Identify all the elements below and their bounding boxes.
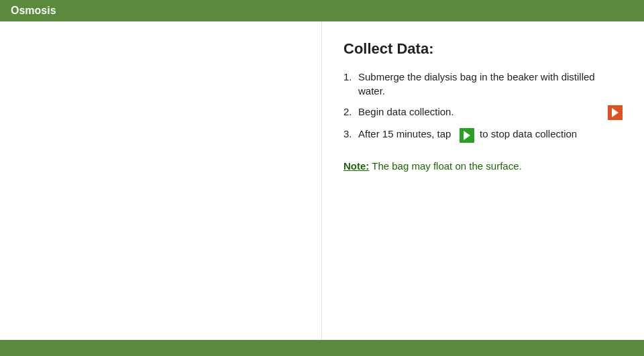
item-text: After 15 minutes, tap to stop data colle…: [358, 127, 623, 143]
item-number: 1.: [343, 70, 358, 84]
bottom-bar: [0, 340, 644, 356]
note-text: Note: The bag may float on the surface.: [343, 160, 522, 172]
app-title: Osmosis: [11, 5, 56, 17]
note-section: Note: The bag may float on the surface.: [343, 159, 623, 174]
item-text: Begin data collection.: [358, 105, 605, 119]
play-button-red[interactable]: [608, 105, 623, 120]
item-number: 3.: [343, 127, 358, 141]
note-body: The bag may float on the surface.: [369, 160, 521, 172]
instructions-list: 1. Submerge the dialysis bag in the beak…: [343, 70, 623, 143]
list-item: 2. Begin data collection.: [343, 105, 623, 120]
item-number: 2.: [343, 105, 358, 119]
item-text: Submerge the dialysis bag in the beaker …: [358, 70, 623, 98]
item-text-wrap: Submerge the dialysis bag in the beaker …: [358, 70, 623, 98]
list-item: 1. Submerge the dialysis bag in the beak…: [343, 70, 623, 98]
top-bar: Osmosis: [0, 0, 644, 21]
note-label: Note:: [343, 160, 369, 172]
right-panel: Collect Data: 1. Submerge the dialysis b…: [322, 21, 644, 340]
list-item: 3. After 15 minutes, tap to stop data co…: [343, 127, 623, 143]
section-title: Collect Data:: [343, 40, 623, 58]
item-text-wrap: Begin data collection.: [358, 105, 623, 120]
left-panel: [0, 21, 322, 340]
play-button-green[interactable]: [460, 128, 474, 143]
main-content: Collect Data: 1. Submerge the dialysis b…: [0, 21, 644, 340]
item-text-wrap: After 15 minutes, tap to stop data colle…: [358, 127, 623, 143]
